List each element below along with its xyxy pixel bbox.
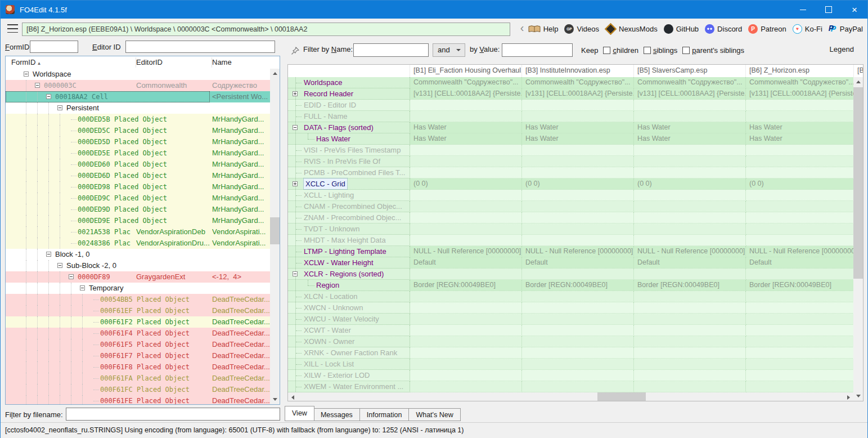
row-label-column-header[interactable] — [288, 65, 410, 77]
row-label-cell[interactable]: CNAM - Precombined Objec... — [288, 201, 410, 212]
tree-row[interactable]: 000F61F7 Placed ObjectDeadTreeCedar... — [6, 350, 270, 361]
value-cell[interactable]: Has Water — [522, 133, 634, 145]
value-cell[interactable] — [634, 167, 746, 178]
value-cell[interactable]: NULL - Null Reference [00000000] — [410, 246, 522, 257]
row-label-cell[interactable]: TVDT - Unknown — [288, 224, 410, 235]
row-label-cell[interactable]: ZNAM - Precombined Objec... — [288, 212, 410, 224]
tree-expander[interactable] — [57, 105, 62, 110]
value-cell[interactable] — [410, 145, 522, 156]
scrollbar-thumb[interactable] — [270, 217, 280, 244]
value-cell[interactable]: Border [REGN:00049BE0] — [746, 280, 853, 291]
record-row[interactable]: XCLC - Grid(0 0)(0 0)(0 0)(0 0) — [288, 178, 853, 190]
tree-row[interactable]: 000DED60 Placed ObjectMrHandyGard... — [6, 159, 270, 170]
value-cell[interactable]: [v131] [CELL:00018AA2] {Persiste... — [634, 88, 746, 100]
row-label-cell[interactable]: Has Water — [288, 133, 410, 145]
value-cell[interactable] — [410, 370, 522, 381]
value-cell[interactable] — [634, 314, 746, 325]
value-cell[interactable]: Commonwealth "Содружество"... — [410, 77, 522, 88]
value-cell[interactable] — [522, 302, 634, 314]
value-cell[interactable] — [522, 201, 634, 212]
row-label-cell[interactable]: XCWT - Water — [288, 325, 410, 336]
tree-expander[interactable] — [293, 91, 298, 96]
record-row[interactable]: FULL - Name — [288, 111, 853, 122]
value-cell[interactable]: Has Water — [634, 122, 746, 133]
tab-view[interactable]: View — [285, 406, 314, 421]
tree-row[interactable]: 00248386 PlacVendorAspirationDru...Vendo… — [6, 238, 270, 249]
record-row[interactable]: WorldspaceCommonwealth "Содружество"...C… — [288, 77, 853, 88]
record-row[interactable]: XCLR - Regions (sorted) — [288, 269, 853, 280]
tree-row[interactable]: 000F61EF Placed ObjectDeadTreeCedar... — [6, 305, 270, 316]
value-cell[interactable] — [522, 347, 634, 359]
scroll-down-icon[interactable] — [853, 391, 863, 401]
row-label-cell[interactable]: PCMB - PreCombined Files T... — [288, 167, 410, 178]
value-cell[interactable] — [522, 314, 634, 325]
legend-link[interactable]: Legend — [830, 45, 854, 53]
value-cell[interactable] — [410, 314, 522, 325]
value-cell[interactable]: Has Water — [746, 133, 853, 145]
value-cell[interactable] — [522, 111, 634, 122]
record-row[interactable]: PCMB - PreCombined Files T... — [288, 167, 853, 178]
tree-row[interactable]: 00018AA2 Cell<Persistent Wo... — [6, 91, 270, 102]
value-cell[interactable] — [634, 291, 746, 302]
row-label-cell[interactable]: Worldspace — [288, 77, 410, 88]
scroll-up-icon[interactable] — [270, 69, 280, 78]
value-cell[interactable] — [746, 100, 853, 111]
row-label-cell[interactable]: XLCN - Location — [288, 291, 410, 302]
plugin-column-header[interactable]: [B — [854, 65, 863, 77]
record-row[interactable]: RVIS - In PreVis File Of — [288, 156, 853, 167]
record-row[interactable]: Record Header[v131] [CELL:00018AA2] {Per… — [288, 88, 853, 100]
filter-operator-select[interactable]: and — [433, 43, 465, 57]
value-cell[interactable]: Border [REGN:00049BE0] — [522, 280, 634, 291]
row-label-cell[interactable]: Region — [288, 280, 410, 291]
column-header-editorid[interactable]: EditorID — [136, 56, 163, 68]
record-row[interactable]: XRNK - Owner Faction Rank — [288, 347, 853, 359]
value-cell[interactable] — [410, 291, 522, 302]
value-cell[interactable]: Border [REGN:00049BE0] — [410, 280, 522, 291]
value-cell[interactable] — [746, 235, 853, 246]
tree-scrollbar[interactable] — [270, 69, 280, 404]
value-cell[interactable] — [410, 167, 522, 178]
tree-row[interactable]: 0000DF89GraygardenExt<-12, 4> — [6, 271, 270, 283]
row-label-cell[interactable]: XWEM - Water Environment ... — [288, 381, 410, 392]
row-label-cell[interactable]: LTMP - Lighting Template — [288, 246, 410, 257]
value-cell[interactable]: Border [REGN:00049BE0] — [634, 280, 746, 291]
record-row[interactable]: RegionBorder [REGN:00049BE0]Border [REGN… — [288, 280, 853, 291]
column-header-name[interactable]: Name — [212, 56, 232, 68]
value-cell[interactable] — [634, 224, 746, 235]
value-cell[interactable] — [634, 156, 746, 167]
tree-expander[interactable] — [24, 71, 29, 77]
tree-row[interactable]: Persistent — [6, 102, 270, 114]
value-cell[interactable] — [634, 269, 746, 280]
row-label-cell[interactable]: DATA - Flags (sorted) — [288, 122, 410, 133]
value-cell[interactable] — [634, 100, 746, 111]
value-cell[interactable]: Commonwealth "Содружество"... — [634, 77, 746, 88]
value-cell[interactable]: (0 0) — [410, 178, 522, 190]
tree-expander[interactable] — [293, 271, 298, 276]
value-cell[interactable] — [746, 156, 853, 167]
keep-siblings-checkbox[interactable] — [644, 47, 651, 54]
value-cell[interactable] — [746, 347, 853, 359]
scroll-up-icon[interactable] — [853, 77, 863, 87]
record-row[interactable]: CNAM - Precombined Objec... — [288, 201, 853, 212]
value-cell[interactable] — [410, 201, 522, 212]
value-cell[interactable] — [522, 336, 634, 347]
value-cell[interactable] — [522, 224, 634, 235]
value-cell[interactable] — [634, 347, 746, 359]
value-cell[interactable]: [v131] [CELL:00018AA2] {Persiste... — [522, 88, 634, 100]
value-cell[interactable]: Commonwealth "Содружество"... — [522, 77, 634, 88]
tree-row[interactable]: 000F61FA Placed ObjectDeadTreeCedar... — [6, 373, 270, 384]
tree-row[interactable]: 000DED98 Placed ObjectMrHandyGard... — [6, 181, 270, 193]
value-cell[interactable] — [522, 190, 634, 201]
value-cell[interactable] — [634, 235, 746, 246]
back-button[interactable]: ‹ — [516, 21, 528, 35]
minimize-button[interactable] — [790, 1, 816, 19]
tree-expander[interactable] — [69, 274, 74, 279]
tree-row[interactable]: 000F61FE Placed ObjectDeadTreeCedar... — [6, 395, 270, 404]
record-row[interactable]: MHDT - Max Height Data — [288, 235, 853, 246]
value-cell[interactable] — [522, 145, 634, 156]
value-cell[interactable]: Default — [746, 257, 853, 269]
tree-row[interactable]: 000F61F4 Placed ObjectDeadTreeCedar... — [6, 328, 270, 339]
value-cell[interactable] — [410, 212, 522, 224]
value-cell[interactable] — [634, 325, 746, 336]
tree-row[interactable]: 000DED9D Placed ObjectMrHandyGard... — [6, 204, 270, 215]
